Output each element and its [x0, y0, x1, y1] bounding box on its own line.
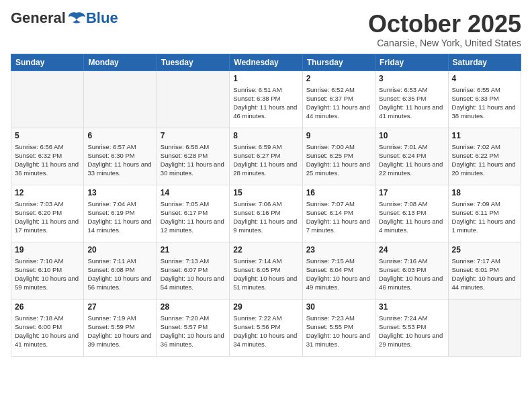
calendar-day-cell [448, 299, 521, 356]
day-number: 31 [379, 302, 444, 312]
daylight-text: Daylight: 11 hours and 4 minutes. [379, 217, 444, 235]
sunset-text: Sunset: 5:57 PM [161, 322, 226, 331]
sunrise-text: Sunrise: 7:03 AM [15, 199, 80, 208]
sunset-text: Sunset: 6:28 PM [161, 151, 226, 160]
day-number: 6 [87, 131, 152, 140]
sunrise-text: Sunrise: 7:06 AM [233, 199, 298, 208]
sunset-text: Sunset: 6:17 PM [161, 208, 226, 217]
day-info: Sunrise: 6:53 AMSunset: 6:35 PMDaylight:… [379, 85, 444, 121]
calendar-day-header: Tuesday [157, 54, 229, 71]
sunrise-text: Sunrise: 7:20 AM [161, 314, 226, 322]
day-info: Sunrise: 7:14 AMSunset: 6:05 PMDaylight:… [233, 257, 298, 292]
day-info: Sunrise: 7:19 AMSunset: 5:59 PMDaylight:… [87, 314, 152, 349]
sunrise-text: Sunrise: 6:55 AM [452, 85, 517, 94]
daylight-text: Daylight: 10 hours and 44 minutes. [452, 274, 517, 292]
sunset-text: Sunset: 6:16 PM [233, 208, 298, 217]
sunrise-text: Sunrise: 7:24 AM [379, 314, 444, 322]
calendar-day-cell [84, 71, 157, 128]
daylight-text: Daylight: 11 hours and 22 minutes. [379, 160, 444, 178]
day-number: 27 [87, 302, 152, 312]
day-info: Sunrise: 6:59 AMSunset: 6:27 PMDaylight:… [233, 142, 298, 178]
sunset-text: Sunset: 6:32 PM [15, 151, 80, 160]
day-number: 3 [379, 74, 444, 83]
daylight-text: Daylight: 11 hours and 30 minutes. [161, 160, 226, 178]
daylight-text: Daylight: 10 hours and 41 minutes. [15, 331, 80, 349]
daylight-text: Daylight: 10 hours and 59 minutes. [15, 274, 80, 292]
day-info: Sunrise: 7:02 AMSunset: 6:22 PMDaylight:… [452, 142, 517, 178]
day-number: 8 [233, 131, 298, 140]
sunrise-text: Sunrise: 7:18 AM [15, 314, 80, 322]
day-info: Sunrise: 7:20 AMSunset: 5:57 PMDaylight:… [161, 314, 226, 349]
sunset-text: Sunset: 6:11 PM [452, 208, 517, 217]
sunrise-text: Sunrise: 7:14 AM [233, 257, 298, 265]
calendar-day-cell: 12Sunrise: 7:03 AMSunset: 6:20 PMDayligh… [11, 185, 84, 242]
sunset-text: Sunset: 6:33 PM [452, 94, 517, 103]
calendar-day-cell: 15Sunrise: 7:06 AMSunset: 6:16 PMDayligh… [230, 185, 302, 242]
logo: General Blue [11, 11, 118, 26]
page-header: General Blue October 2025 Canarsie, New … [11, 11, 521, 48]
calendar-day-cell: 18Sunrise: 7:09 AMSunset: 6:11 PMDayligh… [448, 185, 521, 242]
calendar-day-cell: 28Sunrise: 7:20 AMSunset: 5:57 PMDayligh… [157, 299, 229, 356]
day-number: 14 [161, 188, 226, 197]
calendar-week-row: 1Sunrise: 6:51 AMSunset: 6:38 PMDaylight… [11, 71, 521, 128]
calendar-day-cell: 10Sunrise: 7:01 AMSunset: 6:24 PMDayligh… [375, 128, 448, 185]
daylight-text: Daylight: 11 hours and 46 minutes. [233, 103, 298, 121]
sunset-text: Sunset: 6:07 PM [161, 265, 226, 274]
day-number: 11 [452, 131, 517, 140]
sunset-text: Sunset: 6:38 PM [233, 94, 298, 103]
calendar-week-row: 12Sunrise: 7:03 AMSunset: 6:20 PMDayligh… [11, 185, 521, 242]
calendar-day-cell: 14Sunrise: 7:05 AMSunset: 6:17 PMDayligh… [157, 185, 229, 242]
sunset-text: Sunset: 6:13 PM [379, 208, 444, 217]
calendar-day-cell: 17Sunrise: 7:08 AMSunset: 6:13 PMDayligh… [375, 185, 448, 242]
day-info: Sunrise: 6:51 AMSunset: 6:38 PMDaylight:… [233, 85, 298, 121]
daylight-text: Daylight: 11 hours and 1 minute. [452, 217, 517, 235]
daylight-text: Daylight: 10 hours and 34 minutes. [233, 331, 298, 349]
day-info: Sunrise: 7:13 AMSunset: 6:07 PMDaylight:… [161, 257, 226, 292]
sunrise-text: Sunrise: 6:51 AM [233, 85, 298, 94]
sunrise-text: Sunrise: 6:52 AM [306, 85, 371, 94]
day-info: Sunrise: 7:24 AMSunset: 5:53 PMDaylight:… [379, 314, 444, 349]
title-area: October 2025 Canarsie, New York, United … [368, 11, 521, 48]
day-info: Sunrise: 7:01 AMSunset: 6:24 PMDaylight:… [379, 142, 444, 178]
calendar-week-row: 26Sunrise: 7:18 AMSunset: 6:00 PMDayligh… [11, 299, 521, 356]
calendar-day-cell: 5Sunrise: 6:56 AMSunset: 6:32 PMDaylight… [11, 128, 84, 185]
calendar-day-cell: 25Sunrise: 7:17 AMSunset: 6:01 PMDayligh… [448, 242, 521, 299]
daylight-text: Daylight: 10 hours and 46 minutes. [379, 274, 444, 292]
day-info: Sunrise: 7:00 AMSunset: 6:25 PMDaylight:… [306, 142, 371, 178]
sunrise-text: Sunrise: 7:11 AM [87, 257, 152, 265]
daylight-text: Daylight: 11 hours and 36 minutes. [15, 160, 80, 178]
day-info: Sunrise: 6:56 AMSunset: 6:32 PMDaylight:… [15, 142, 80, 178]
day-info: Sunrise: 7:11 AMSunset: 6:08 PMDaylight:… [87, 257, 152, 292]
sunset-text: Sunset: 6:10 PM [15, 265, 80, 274]
calendar-day-cell: 9Sunrise: 7:00 AMSunset: 6:25 PMDaylight… [302, 128, 375, 185]
sunrise-text: Sunrise: 7:02 AM [452, 142, 517, 151]
day-info: Sunrise: 7:17 AMSunset: 6:01 PMDaylight:… [452, 257, 517, 292]
calendar-day-header: Monday [84, 54, 157, 71]
day-number: 2 [306, 74, 371, 83]
month-title: October 2025 [368, 11, 521, 38]
day-number: 26 [15, 302, 80, 312]
day-number: 13 [87, 188, 152, 197]
day-info: Sunrise: 7:05 AMSunset: 6:17 PMDaylight:… [161, 199, 226, 235]
daylight-text: Daylight: 10 hours and 51 minutes. [233, 274, 298, 292]
calendar-day-cell: 22Sunrise: 7:14 AMSunset: 6:05 PMDayligh… [230, 242, 302, 299]
daylight-text: Daylight: 10 hours and 36 minutes. [161, 331, 226, 349]
day-number: 24 [379, 245, 444, 255]
daylight-text: Daylight: 11 hours and 9 minutes. [233, 217, 298, 235]
day-number: 5 [15, 131, 80, 140]
sunset-text: Sunset: 6:20 PM [15, 208, 80, 217]
sunrise-text: Sunrise: 7:19 AM [87, 314, 152, 322]
sunrise-text: Sunrise: 7:01 AM [379, 142, 444, 151]
day-info: Sunrise: 6:58 AMSunset: 6:28 PMDaylight:… [161, 142, 226, 178]
calendar-day-cell: 7Sunrise: 6:58 AMSunset: 6:28 PMDaylight… [157, 128, 229, 185]
calendar-week-row: 19Sunrise: 7:10 AMSunset: 6:10 PMDayligh… [11, 242, 521, 299]
sunset-text: Sunset: 6:05 PM [233, 265, 298, 274]
daylight-text: Daylight: 11 hours and 41 minutes. [379, 103, 444, 121]
sunset-text: Sunset: 6:08 PM [87, 265, 152, 274]
day-info: Sunrise: 7:07 AMSunset: 6:14 PMDaylight:… [306, 199, 371, 235]
sunset-text: Sunset: 6:03 PM [379, 265, 444, 274]
calendar-day-cell: 3Sunrise: 6:53 AMSunset: 6:35 PMDaylight… [375, 71, 448, 128]
calendar-header-row: SundayMondayTuesdayWednesdayThursdayFrid… [11, 54, 521, 71]
day-number: 19 [15, 245, 80, 255]
daylight-text: Daylight: 11 hours and 33 minutes. [87, 160, 152, 178]
